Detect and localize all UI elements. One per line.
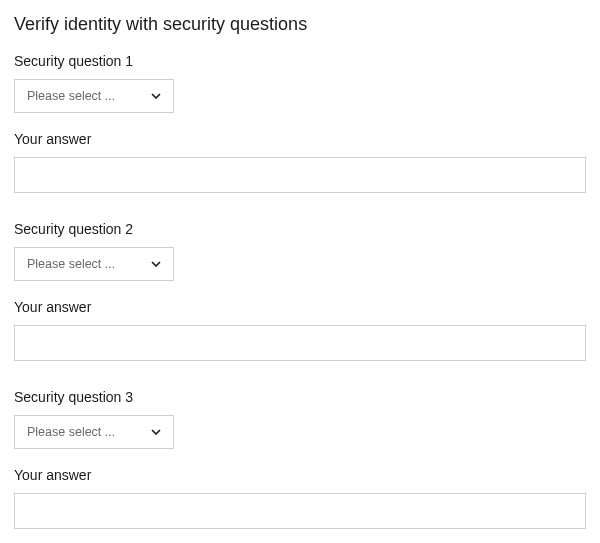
security-question-1-label: Security question 1 <box>14 53 586 69</box>
security-question-2-select[interactable]: Please select ... <box>14 247 174 281</box>
chevron-down-icon <box>151 93 161 99</box>
chevron-down-icon <box>151 261 161 267</box>
answer-1-input[interactable] <box>14 157 586 193</box>
page-title: Verify identity with security questions <box>14 14 586 35</box>
answer-2-input[interactable] <box>14 325 586 361</box>
security-question-2-select-text: Please select ... <box>15 248 133 280</box>
security-question-3-select[interactable]: Please select ... <box>14 415 174 449</box>
security-question-1-select[interactable]: Please select ... <box>14 79 174 113</box>
chevron-down-icon <box>151 429 161 435</box>
answer-1-label: Your answer <box>14 131 586 147</box>
answer-2-label: Your answer <box>14 299 586 315</box>
security-question-3-select-text: Please select ... <box>15 416 133 448</box>
answer-3-label: Your answer <box>14 467 586 483</box>
security-question-3-label: Security question 3 <box>14 389 586 405</box>
security-question-1-select-text: Please select ... <box>15 80 133 112</box>
security-question-2-label: Security question 2 <box>14 221 586 237</box>
answer-3-input[interactable] <box>14 493 586 529</box>
